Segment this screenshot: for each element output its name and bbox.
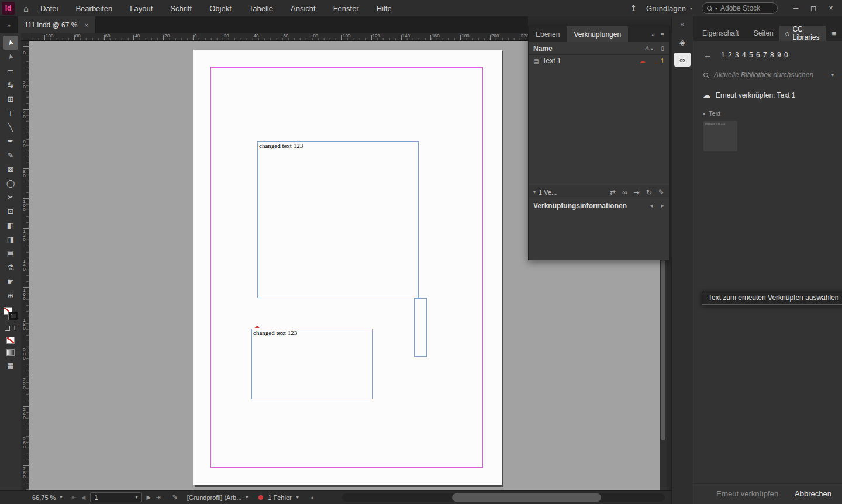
minimize-button[interactable]: ─ <box>787 1 805 16</box>
home-icon[interactable]: ⌂ <box>23 4 29 13</box>
horizontal-scrollbar-thumb[interactable] <box>452 493 601 502</box>
toolbar-expand-icon[interactable]: » <box>0 22 18 29</box>
links-list-header: Name ⚠▲ ▯ <box>529 42 669 55</box>
tab-verknuepfungen[interactable]: Verknüpfungen <box>567 26 628 42</box>
note-tool[interactable]: ▤ <box>3 246 18 260</box>
zoom-tool[interactable]: ⊕ <box>3 288 18 302</box>
eyedropper-tool[interactable]: ⚗ <box>3 260 18 274</box>
restore-button[interactable]: ◻ <box>805 1 822 16</box>
first-page-icon[interactable]: ⇤ <box>71 494 76 500</box>
layers-panel-icon[interactable]: ◈ <box>674 35 691 49</box>
relink-cc-icon[interactable]: ⇄ <box>610 188 616 196</box>
text-section-header[interactable]: ▾ Text <box>693 99 842 117</box>
direct-selection-tool[interactable]: ➤ <box>3 50 18 64</box>
page-tool[interactable]: ▭ <box>3 64 18 78</box>
ellipse-frame-tool[interactable]: ◯ <box>3 176 18 190</box>
edit-original-icon[interactable]: ✎ <box>658 188 664 196</box>
scroll-left-icon[interactable]: ◂ <box>310 494 313 500</box>
last-page-icon[interactable]: ⇥ <box>156 494 160 500</box>
ruler-label: 8 0 <box>21 170 27 178</box>
page-column-icon[interactable]: ▯ <box>661 45 664 51</box>
document-tab[interactable]: 111.indd @ 67 % × <box>18 16 95 33</box>
apply-gradient-swatch[interactable] <box>6 349 15 356</box>
adobe-stock-search[interactable]: ▾ Adobe Stock <box>702 2 778 14</box>
menu-item[interactable]: Bearbeiten <box>75 4 112 13</box>
scissors-tool[interactable]: ✂ <box>3 190 18 204</box>
menu-item[interactable]: Hilfe <box>377 4 392 13</box>
panel-menu-icon[interactable]: ≡ <box>661 31 664 38</box>
gradient-feather-tool[interactable]: ◨ <box>3 232 18 246</box>
tab-eigenschaft[interactable]: Eigenschaft <box>693 26 745 41</box>
text-frame-2[interactable]: changed text 123 <box>251 329 373 399</box>
panel-overflow-icon[interactable]: » <box>651 31 654 38</box>
menu-item[interactable]: Objekt <box>209 4 232 13</box>
gap-tool[interactable]: ↹ <box>3 78 18 92</box>
line-tool[interactable]: ╲ <box>3 120 18 134</box>
library-name[interactable]: 1 2 3 4 5 6 7 8 9 0 <box>721 51 789 59</box>
relink-icon[interactable]: ∞ <box>622 188 627 196</box>
menu-item[interactable]: Ansicht <box>291 4 316 13</box>
pencil-tool[interactable]: ✎ <box>3 148 18 162</box>
panel-menu-icon[interactable]: ≡ <box>826 26 842 41</box>
horizontal-scrollbar[interactable] <box>342 493 665 502</box>
ruler-origin-box[interactable] <box>21 33 29 41</box>
share-icon[interactable]: ↥ <box>630 4 637 13</box>
ruler-label: 2 4 0 <box>21 408 27 420</box>
name-column-header[interactable]: Name <box>533 44 553 53</box>
page-navigation: ⇤ ◀ 1 ▾ ▶ ⇥ <box>71 492 160 502</box>
tab-seiten[interactable]: Seiten <box>745 26 779 41</box>
zoom-level-dropdown[interactable]: 66,75 % ▾ <box>32 494 62 501</box>
pen-tool[interactable]: ✒ <box>3 134 18 148</box>
close-icon[interactable]: × <box>84 22 88 29</box>
chevron-down-icon: ▾ <box>135 495 137 500</box>
apply-none-swatch[interactable] <box>6 337 15 344</box>
workspace-switcher[interactable]: Grundlagen ▾ <box>646 4 692 13</box>
library-asset-thumbnail[interactable]: changed text 123 <box>703 121 737 151</box>
menu-item[interactable]: Fenster <box>333 4 359 13</box>
link-page-number[interactable]: 1 <box>649 57 664 64</box>
prev-page-icon[interactable]: ◀ <box>81 494 86 500</box>
chevron-down-icon[interactable]: ▾ <box>831 73 834 78</box>
dock-collapse-icon[interactable]: « <box>672 20 693 27</box>
stroke-swatch[interactable] <box>9 312 18 320</box>
relink-button[interactable]: Erneut verknüpfen <box>716 489 778 498</box>
menu-item[interactable]: Datei <box>40 4 58 13</box>
ruler-label: 140 <box>402 33 410 39</box>
fill-stroke-swatches[interactable] <box>4 307 18 320</box>
chevron-down-icon[interactable]: ▾ <box>533 189 536 195</box>
prev-icon[interactable]: ◂ <box>650 202 653 209</box>
hand-tool[interactable]: ☛ <box>3 274 18 288</box>
missing-link-badge-icon[interactable]: ☁ <box>254 323 260 329</box>
selection-tool[interactable]: ➤ <box>3 36 18 50</box>
text-frame-1[interactable]: changed text 123 <box>257 141 419 298</box>
next-page-icon[interactable]: ▶ <box>146 494 151 500</box>
menu-item[interactable]: Schrift <box>170 4 192 13</box>
menu-item[interactable]: Tabelle <box>249 4 273 13</box>
content-collector-tool[interactable]: ⊞ <box>3 92 18 106</box>
formatting-container-icon[interactable] <box>5 326 10 331</box>
free-transform-tool[interactable]: ⊡ <box>3 204 18 218</box>
cancel-button[interactable]: Abbrechen <box>795 489 831 498</box>
tab-ebenen[interactable]: Ebenen <box>529 26 567 42</box>
link-info-header[interactable]: Verknüpfungsinformationen ◂ ▸ <box>529 199 669 212</box>
update-link-icon[interactable]: ↻ <box>646 188 652 196</box>
preflight-profile-dropdown[interactable]: [Grundprofil] (Arb... ▾ <box>187 494 249 501</box>
page-number-dropdown[interactable]: 1 ▾ <box>90 492 142 502</box>
back-arrow-icon[interactable]: ← <box>703 50 712 60</box>
menu-item[interactable]: Layout <box>130 4 153 13</box>
screen-mode-icon[interactable]: ▦ <box>7 361 13 370</box>
gradient-swatch-tool[interactable]: ◧ <box>3 218 18 232</box>
close-button[interactable]: × <box>822 1 840 16</box>
rectangle-frame-tool[interactable]: ⊠ <box>3 162 18 176</box>
link-row-text1[interactable]: ▤ Text 1 ☁ 1 <box>529 55 669 67</box>
goto-link-icon[interactable]: ⇥ <box>634 188 640 196</box>
next-icon[interactable]: ▸ <box>661 202 664 209</box>
library-search-field[interactable]: Aktuelle Bibliothek durchsuchen ▾ <box>693 60 842 79</box>
links-panel-icon[interactable]: ∞ <box>674 53 691 67</box>
empty-frame[interactable] <box>414 298 427 357</box>
type-tool[interactable]: T <box>3 106 18 120</box>
tab-cc-libraries[interactable]: ◇ CC Libraries <box>779 26 826 41</box>
vertical-scrollbar-thumb[interactable] <box>661 260 665 440</box>
formatting-text-icon[interactable]: T <box>13 325 16 332</box>
preflight-errors-dropdown[interactable]: 1 Fehler ▾ <box>258 494 298 501</box>
